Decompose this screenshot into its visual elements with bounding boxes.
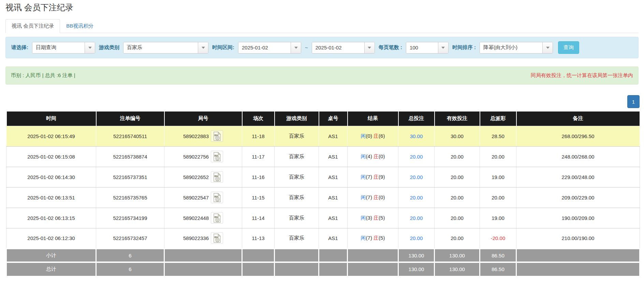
page-1-button[interactable]: 1 — [627, 95, 640, 108]
cell-note: 190.00/209.00 — [516, 208, 640, 228]
sort-dropdown-button[interactable] — [542, 42, 553, 53]
cell-note: 210.00/190.00 — [516, 228, 640, 249]
video-file-icon — [213, 234, 221, 243]
cell-session: 11-15 — [242, 187, 275, 208]
cell-total-bet-link[interactable]: 20.00 — [398, 167, 435, 187]
result-banker-value: (0) — [379, 194, 385, 200]
cell-total-bet-link[interactable]: 30.00 — [398, 126, 435, 146]
subtotal-payout: 86.50 — [480, 249, 516, 262]
time-range-label: 时间区间: — [212, 44, 234, 51]
search-button[interactable]: 查询 — [558, 41, 579, 54]
date-to-select[interactable]: 2025-01-02 — [312, 42, 375, 54]
cell-bet-id: 522165734199 — [96, 208, 164, 228]
header-round-id: 局号 — [164, 111, 242, 126]
cell-bet-id: 522165737351 — [96, 167, 164, 187]
date-to-value: 2025-01-02 — [312, 42, 364, 53]
date-from-dropdown-button[interactable] — [291, 42, 301, 53]
subtotal-total-bet: 130.00 — [398, 249, 435, 262]
cell-payout: 19.00 — [480, 208, 516, 228]
betting-records-table: 时间 注单编号 局号 场次 游戏类别 桌号 结果 总投注 有效投注 总派彩 备注… — [6, 111, 640, 276]
filter-panel: 请选择: 日期查询 游戏类别 百家乐 时间区间: 2025-01-02 ~ 20… — [5, 37, 639, 58]
chevron-down-icon — [294, 47, 298, 49]
round-id-text: 589022448 — [183, 215, 209, 221]
cell-round-id: 589022883 — [164, 126, 242, 146]
game-type-dropdown-button[interactable] — [198, 42, 208, 53]
video-file-icon — [213, 173, 221, 182]
result-banker-value: (5) — [379, 235, 385, 241]
round-id-text: 589022652 — [183, 174, 209, 180]
result-banker-label: 庄 — [374, 215, 379, 221]
header-game-type: 游戏类别 — [275, 111, 319, 126]
cell-result: 闲(3) 庄(5) — [348, 208, 398, 228]
result-banker-value: (5) — [379, 215, 385, 221]
result-player-label: 闲 — [361, 235, 366, 241]
video-replay-button[interactable] — [211, 192, 223, 203]
cell-result: 闲(7) 庄(9) — [348, 167, 398, 187]
cell-bet-id: 522165738874 — [96, 146, 164, 167]
video-replay-button[interactable] — [211, 212, 223, 224]
table-row: 2025-01-02 06:12:30 522165732457 5890223… — [6, 228, 640, 249]
video-replay-button[interactable] — [211, 130, 223, 142]
date-from-select[interactable]: 2025-01-02 — [238, 42, 301, 54]
date-range-tilde: ~ — [305, 45, 308, 50]
cell-table-no: AS1 — [319, 208, 348, 228]
cell-result: 闲(7) 庄(0) — [348, 187, 398, 208]
result-player-value: (0) — [366, 133, 372, 139]
header-time: 时间 — [6, 111, 96, 126]
chevron-down-icon — [202, 47, 205, 49]
pagination: 1 — [0, 95, 640, 108]
result-player-label: 闲 — [361, 174, 366, 180]
cell-session: 11-13 — [242, 228, 275, 249]
cell-table-no: AS1 — [319, 167, 348, 187]
total-count: 6 — [96, 262, 164, 276]
cell-payout: 19.00 — [480, 167, 516, 187]
cell-valid-bet: 20.00 — [435, 146, 480, 167]
query-type-select[interactable]: 日期查询 — [32, 42, 95, 54]
cell-note: 248.00/268.00 — [516, 146, 640, 167]
date-to-dropdown-button[interactable] — [364, 42, 375, 53]
game-type-select[interactable]: 百家乐 — [123, 42, 208, 54]
result-banker-label: 庄 — [374, 174, 379, 180]
game-type-value: 百家乐 — [123, 42, 198, 53]
result-player-value: (4) — [366, 153, 372, 159]
date-from-value: 2025-01-02 — [238, 42, 291, 53]
query-type-dropdown-button[interactable] — [85, 42, 95, 53]
page-size-select[interactable]: 100 — [406, 42, 449, 54]
video-replay-button[interactable] — [211, 171, 223, 183]
result-banker-label: 庄 — [374, 235, 379, 241]
cell-table-no: AS1 — [319, 187, 348, 208]
total-total-bet: 130.00 — [398, 262, 435, 276]
cell-total-bet-link[interactable]: 20.00 — [398, 228, 435, 249]
cell-game-type: 百家乐 — [275, 126, 319, 146]
summary-bar: 币别 : 人民币 | 总共 :6 注单 | 同局有效投注，统一计算在该局第一张注… — [5, 66, 639, 85]
total-payout: 86.50 — [480, 262, 516, 276]
tab-betting-records[interactable]: 视讯 会员下注纪录 — [5, 19, 60, 33]
cell-result: 闲(0) 庄(6) — [348, 126, 398, 146]
cell-game-type: 百家乐 — [275, 228, 319, 249]
chevron-down-icon — [546, 47, 550, 49]
page-size-dropdown-button[interactable] — [438, 42, 448, 53]
cell-total-bet-link[interactable]: 20.00 — [398, 208, 435, 228]
cell-valid-bet: 20.00 — [435, 167, 480, 187]
cell-round-id: 589022547 — [164, 187, 242, 208]
sort-label: 时间排序 : — [452, 44, 476, 51]
cell-total-bet-link[interactable]: 20.00 — [398, 146, 435, 167]
cell-note: 209.00/229.00 — [516, 187, 640, 208]
result-banker-value: (6) — [379, 133, 385, 139]
total-valid-bet: 130.00 — [435, 262, 480, 276]
cell-table-no: AS1 — [319, 146, 348, 167]
cell-payout: -20.00 — [480, 228, 516, 249]
cell-table-no: AS1 — [319, 126, 348, 146]
chevron-down-icon — [368, 47, 371, 49]
cell-time: 2025-01-02 06:13:51 — [6, 187, 96, 208]
header-valid-bet: 有效投注 — [435, 111, 480, 126]
cell-total-bet-link[interactable]: 20.00 — [398, 187, 435, 208]
video-replay-button[interactable] — [211, 151, 223, 162]
cell-bet-id: 522165735765 — [96, 187, 164, 208]
sort-select[interactable]: 降幂(由大到小) — [480, 42, 553, 54]
tab-bb-video-points[interactable]: BB视讯积分 — [60, 19, 100, 33]
cell-game-type: 百家乐 — [275, 187, 319, 208]
video-replay-button[interactable] — [211, 232, 223, 244]
header-table-no: 桌号 — [319, 111, 348, 126]
cell-session: 11-16 — [242, 167, 275, 187]
